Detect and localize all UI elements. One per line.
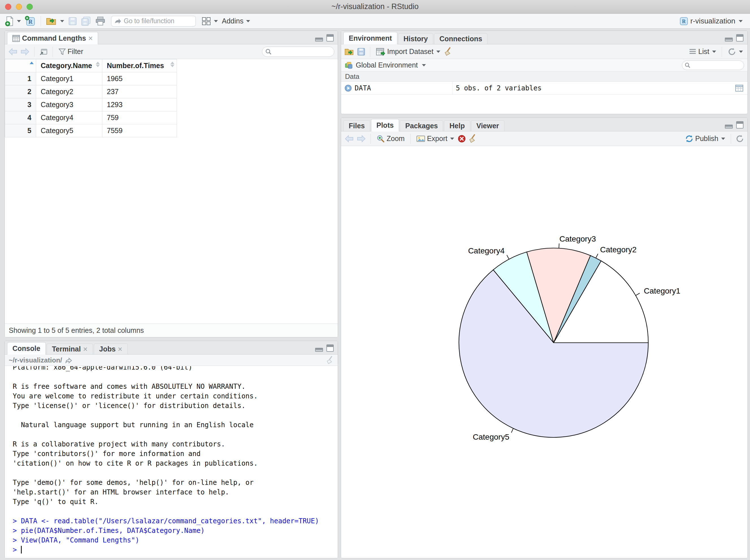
console-output-line: R is a collaborative project with many c… — [13, 439, 338, 449]
maximize-pane-icon[interactable] — [327, 344, 334, 352]
publish-icon — [685, 135, 693, 143]
popout-window-icon[interactable] — [39, 47, 48, 56]
list-view-button[interactable]: List — [688, 46, 717, 58]
maximize-pane-icon[interactable] — [736, 121, 744, 128]
tab-environment[interactable]: Environment — [343, 32, 397, 44]
minimize-pane-icon[interactable] — [725, 125, 733, 128]
pie-label: Category5 — [473, 433, 509, 441]
previous-plot-icon[interactable] — [344, 135, 354, 143]
plots-toolbar: Zoom Export Publi — [341, 132, 747, 146]
tab-terminal[interactable]: Terminal× — [47, 344, 93, 354]
publish-button[interactable]: Publish — [684, 133, 726, 145]
column-header-times[interactable]: Number.of.Times — [102, 59, 177, 72]
maximize-pane-icon[interactable] — [736, 34, 744, 42]
export-plot-button[interactable]: Export — [415, 133, 455, 145]
viewer-search-input[interactable] — [274, 48, 338, 55]
clear-console-icon[interactable] — [326, 356, 334, 364]
viewer-status-bar: Showing 1 to 5 of 5 entries, 2 total col… — [5, 323, 338, 337]
import-dataset-button[interactable]: Import Dataset — [375, 46, 441, 58]
environment-search-box[interactable] — [682, 60, 744, 70]
tab-viewer[interactable]: Viewer — [471, 120, 505, 131]
tab-packages[interactable]: Packages — [400, 120, 443, 131]
zoom-plot-button[interactable]: Zoom — [375, 133, 406, 145]
refresh-icon — [728, 47, 736, 56]
panes-layout-button[interactable] — [200, 15, 219, 27]
tab-help[interactable]: Help — [444, 120, 470, 131]
close-button[interactable] — [5, 4, 11, 10]
filter-button[interactable]: Filter — [57, 46, 84, 58]
close-icon[interactable]: × — [88, 36, 93, 41]
close-icon[interactable]: × — [83, 346, 87, 352]
refresh-plots-icon[interactable] — [735, 135, 744, 143]
addins-caret — [246, 20, 250, 22]
open-dir-icon[interactable] — [65, 357, 73, 364]
filter-icon — [59, 48, 66, 55]
goto-file-input[interactable] — [124, 17, 186, 25]
console-output-line: Type 'contributors()' for more informati… — [13, 449, 338, 459]
save-button[interactable] — [67, 15, 78, 27]
view-data-icon[interactable] — [735, 84, 744, 92]
close-icon[interactable]: × — [118, 346, 122, 352]
back-icon[interactable] — [8, 48, 18, 56]
console-output[interactable]: Platform: x86_64-apple-darwin15.6.0 (64-… — [5, 366, 338, 558]
toolbar-separator — [370, 47, 370, 57]
tab-console[interactable]: Console — [7, 342, 46, 355]
tab-command-lengths[interactable]: Command Lengths × — [7, 32, 98, 44]
minimize-pane-icon[interactable] — [315, 38, 323, 42]
tab-history[interactable]: History — [398, 33, 433, 44]
viewer-status-text: Showing 1 to 5 of 5 entries, 2 total col… — [9, 326, 144, 335]
clear-plots-icon[interactable] — [468, 134, 477, 143]
next-plot-icon[interactable] — [356, 135, 366, 143]
minimize-pane-icon[interactable] — [315, 348, 323, 352]
category-name-cell: Category2 — [36, 85, 102, 98]
refresh-environment-button[interactable] — [727, 46, 744, 58]
console-prompt[interactable]: > — [13, 545, 338, 555]
environment-object-row[interactable]: DATA 5 obs. of 2 variables — [341, 82, 747, 95]
column-header-category[interactable]: Category.Name — [36, 59, 102, 72]
print-button[interactable] — [94, 15, 106, 27]
console-output-line — [13, 372, 338, 382]
goto-file-box[interactable] — [111, 16, 196, 26]
row-number-cell: 1 — [5, 72, 36, 85]
addins-menu[interactable]: Addins — [221, 15, 251, 27]
publish-label: Publish — [695, 135, 718, 143]
table-row: 5Category57559 — [5, 124, 177, 137]
environment-scope-label[interactable]: Global Environment — [356, 61, 418, 69]
tab-files[interactable]: Files — [343, 120, 370, 131]
forward-icon[interactable] — [20, 48, 30, 56]
pie-label: Category1 — [644, 286, 680, 295]
text-cursor — [21, 546, 22, 554]
minimize-pane-icon[interactable] — [725, 38, 733, 42]
save-all-button[interactable] — [80, 15, 93, 27]
pie-label: Category4 — [468, 246, 505, 255]
maximize-pane-icon[interactable] — [327, 34, 334, 42]
row-number-header[interactable] — [5, 59, 36, 72]
environment-toolbar: Import Dataset List — [341, 44, 747, 59]
table-row: 1Category11965 — [5, 72, 177, 85]
save-all-icon — [81, 16, 91, 26]
object-name: DATA — [355, 84, 371, 92]
environment-search-input[interactable] — [691, 62, 748, 69]
fullscreen-button[interactable] — [26, 4, 33, 10]
viewer-tab-label: Command Lengths — [22, 34, 86, 42]
pie-label-tick — [635, 293, 640, 295]
project-menu[interactable]: R r-visualization — [679, 17, 746, 25]
console-output-line — [13, 430, 338, 439]
remove-plot-icon[interactable] — [457, 135, 466, 143]
tab-plots[interactable]: Plots — [371, 119, 399, 132]
viewer-search-box[interactable] — [262, 47, 334, 57]
tab-jobs[interactable]: Jobs× — [94, 344, 128, 354]
open-workspace-icon[interactable] — [344, 47, 355, 56]
console-pane: Console Terminal× Jobs× ~/r-visualizatio… — [4, 341, 338, 558]
sort-icon — [171, 65, 174, 67]
expand-object-icon[interactable] — [344, 84, 352, 92]
open-file-button[interactable] — [45, 15, 65, 27]
save-workspace-icon[interactable] — [357, 47, 366, 56]
new-file-button[interactable] — [4, 15, 22, 27]
refresh-caret — [739, 51, 743, 53]
minimize-button[interactable] — [16, 4, 22, 10]
new-project-button[interactable]: R — [24, 15, 37, 27]
export-plot-label: Export — [427, 135, 447, 143]
tab-connections[interactable]: Connections — [434, 33, 488, 44]
clear-objects-icon[interactable] — [444, 47, 452, 56]
